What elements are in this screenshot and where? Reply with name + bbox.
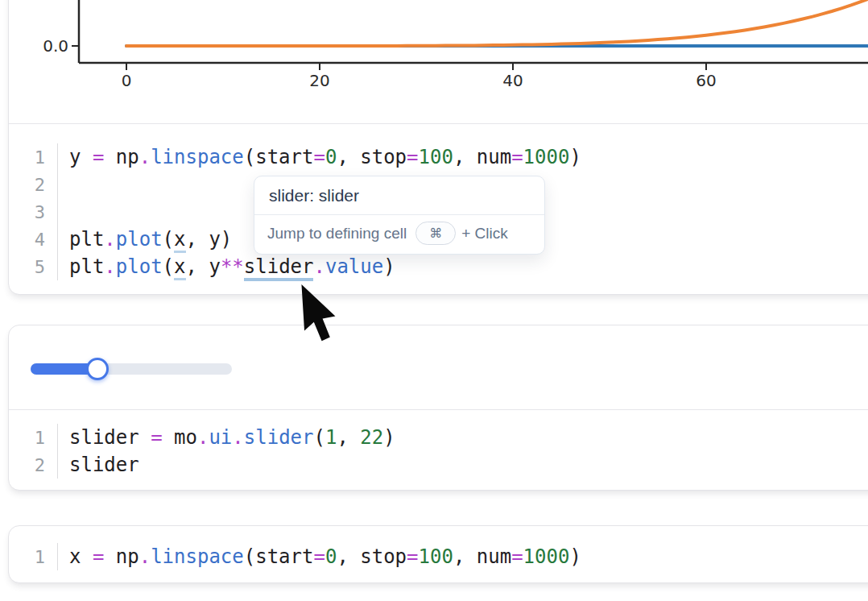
tooltip-click-hint: + Click [461, 225, 508, 242]
tooltip-action-row: Jump to defining cell ⌘ + Click [254, 214, 544, 254]
svg-text:0.0: 0.0 [43, 36, 68, 56]
line-number: 1 [9, 424, 58, 451]
tooltip-title: slider: slider [254, 176, 544, 214]
code-text: y = np.linspace(start=0, stop=100, num=1… [58, 146, 581, 168]
cell-x: 1x = np.linspace(start=0, stop=100, num=… [8, 525, 868, 583]
mouse-cursor-icon [299, 284, 341, 350]
line-number: 2 [9, 171, 58, 198]
code-text: slider = mo.ui.slider(1, 22) [58, 426, 395, 449]
code-line[interactable]: 1x = np.linspace(start=0, stop=100, num=… [9, 543, 868, 570]
variable-tooltip: slider: slider Jump to defining cell ⌘ +… [254, 176, 545, 255]
tooltip-action-label: Jump to defining cell [267, 225, 407, 242]
slider-knob[interactable] [86, 358, 109, 380]
slider-track[interactable] [31, 363, 232, 375]
line-number: 5 [9, 253, 58, 280]
svg-text:40: 40 [502, 71, 523, 90]
slider-output [9, 325, 868, 410]
code-line[interactable]: 2slider [9, 451, 868, 479]
code-text: plt.plot(x, y**slider.value) [58, 255, 395, 278]
svg-text:0: 0 [122, 71, 132, 90]
code-editor-slider[interactable]: 1slider = mo.ui.slider(1, 22)2slider [9, 410, 868, 479]
matplotlib-figure: 0.00204060 [9, 0, 868, 123]
plot-output: 0.00204060 [9, 0, 868, 124]
code-text: x = np.linspace(start=0, stop=100, num=1… [58, 545, 581, 568]
line-number: 3 [9, 198, 58, 226]
svg-text:20: 20 [309, 71, 329, 90]
line-number: 1 [9, 543, 58, 570]
command-key-badge: ⌘ [415, 222, 456, 245]
notebook-viewport: 0.00204060 1y = np.linspace(start=0, sto… [0, 0, 868, 601]
code-line[interactable]: 5plt.plot(x, y**slider.value) [9, 253, 868, 280]
line-number: 2 [9, 451, 58, 479]
code-line[interactable]: 1y = np.linspace(start=0, stop=100, num=… [9, 143, 868, 171]
svg-text:60: 60 [696, 71, 716, 90]
code-text: slider [58, 454, 139, 476]
line-number: 1 [9, 143, 58, 171]
slider-widget[interactable] [31, 358, 232, 380]
code-text: plt.plot(x, y) [58, 228, 232, 251]
code-line[interactable]: 1slider = mo.ui.slider(1, 22) [9, 424, 868, 451]
cell-slider: 1slider = mo.ui.slider(1, 22)2slider [8, 325, 868, 491]
code-editor-x[interactable]: 1x = np.linspace(start=0, stop=100, num=… [9, 526, 868, 570]
line-number: 4 [9, 226, 58, 253]
